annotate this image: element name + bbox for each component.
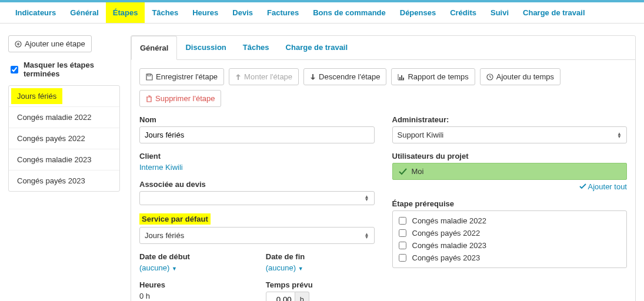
client-label: Client: [139, 152, 375, 160]
hide-completed-row[interactable]: Masquer les étapes terminées: [8, 61, 120, 78]
svg-rect-8: [403, 78, 404, 80]
prereq-checkbox[interactable]: [399, 242, 406, 249]
main-tab[interactable]: Charge de travail: [516, 2, 592, 23]
add-time-label: Ajouter du temps: [496, 72, 554, 81]
prereq-label: Étape prérequise: [392, 199, 628, 208]
client-link[interactable]: Interne Kiwili: [139, 163, 183, 172]
planned-input[interactable]: [266, 292, 295, 301]
prereq-checkbox[interactable]: [399, 254, 406, 262]
main-tab[interactable]: Général: [63, 2, 105, 23]
sub-tab[interactable]: Général: [131, 36, 177, 60]
step-list: Jours fériésCongés maladie 2022Congés pa…: [8, 85, 120, 192]
trash-icon: [146, 95, 152, 102]
start-date-label: Date de début: [139, 252, 248, 261]
main-tab[interactable]: Dépenses: [393, 2, 443, 23]
end-date-label: Date de fin: [266, 252, 375, 261]
users-label: Utilisateurs du projet: [392, 152, 628, 160]
clock-icon: [486, 73, 493, 81]
step-item[interactable]: Congés payés 2022: [9, 128, 119, 149]
prereq-label: Congés payés 2023: [412, 253, 481, 262]
end-date-picker[interactable]: (aucune) ▼: [266, 263, 303, 272]
sub-tab-bar: GénéralDiscussionTâchesCharge de travail: [131, 36, 635, 60]
arrow-up-icon: [235, 73, 241, 81]
svg-line-11: [490, 77, 491, 78]
prereq-item[interactable]: Congés payés 2023: [399, 252, 621, 264]
main-tab[interactable]: Heures: [185, 2, 225, 23]
plus-circle-icon: [15, 41, 22, 48]
move-up-label: Monter l'étape: [244, 72, 292, 81]
step-item[interactable]: Congés maladie 2023: [9, 149, 119, 170]
main-tab[interactable]: Indicateurs: [8, 2, 63, 23]
hours-value: 0 h: [139, 292, 150, 300]
sub-tab[interactable]: Discussion: [177, 36, 234, 59]
main-tab[interactable]: Factures: [260, 2, 306, 23]
main-panel: GénéralDiscussionTâchesCharge de travail…: [131, 35, 636, 301]
user-me-label: Moi: [412, 167, 424, 176]
sub-tab[interactable]: Charge de travail: [278, 36, 356, 59]
time-report-label: Rapport de temps: [408, 72, 468, 81]
prereq-label: Congés payés 2022: [412, 229, 481, 238]
add-time-button[interactable]: Ajouter du temps: [480, 68, 560, 85]
prereq-label: Congés maladie 2022: [412, 216, 486, 225]
main-tab-bar: IndicateursGénéralÉtapesTâchesHeuresDevi…: [0, 2, 644, 24]
user-me-row[interactable]: Moi: [392, 163, 628, 180]
prereq-checkbox[interactable]: [399, 217, 406, 225]
chart-bar-icon: [398, 73, 405, 81]
save-icon: [146, 73, 153, 81]
time-report-button[interactable]: Rapport de temps: [391, 68, 475, 85]
start-date-picker[interactable]: (aucune) ▼: [139, 263, 177, 272]
move-down-label: Descendre l'étape: [319, 72, 380, 81]
prereq-label: Congés maladie 2023: [412, 241, 486, 250]
main-tab[interactable]: Crédits: [443, 2, 483, 23]
hide-completed-checkbox[interactable]: [11, 66, 18, 73]
save-button[interactable]: Enregistrer l'étape: [139, 68, 224, 85]
planned-label: Temps prévu: [266, 280, 375, 289]
select-arrows-icon: ▲▼: [365, 195, 369, 201]
name-input[interactable]: [139, 126, 375, 143]
prereq-item[interactable]: Congés maladie 2023: [399, 239, 621, 252]
check-icon: [579, 182, 586, 191]
main-tab[interactable]: Tâches: [145, 2, 185, 23]
select-arrows-icon: ▲▼: [365, 233, 369, 239]
svg-rect-7: [401, 75, 402, 80]
name-label: Nom: [139, 115, 375, 124]
svg-rect-6: [399, 77, 401, 80]
move-up-button[interactable]: Monter l'étape: [229, 68, 299, 85]
service-label: Service par défaut: [139, 213, 211, 225]
prereq-item[interactable]: Congés maladie 2022: [399, 215, 621, 227]
main-tab[interactable]: Devis: [225, 2, 260, 23]
main-tab[interactable]: Bons de commande: [306, 2, 393, 23]
caret-down-icon: ▼: [298, 266, 303, 272]
main-tab[interactable]: Étapes: [106, 2, 145, 23]
add-step-button[interactable]: Ajouter une étape: [8, 35, 92, 52]
sub-tab[interactable]: Tâches: [235, 36, 278, 59]
prereq-checkbox[interactable]: [399, 229, 406, 237]
hide-completed-label: Masquer les étapes terminées: [24, 61, 120, 78]
hours-label: Heures: [139, 280, 248, 289]
quote-label: Associée au devis: [139, 180, 375, 189]
prereq-item[interactable]: Congés payés 2022: [399, 227, 621, 239]
main-tab[interactable]: Suivi: [483, 2, 516, 23]
prereq-list: Congés maladie 2022Congés payés 2022Cong…: [392, 210, 628, 268]
check-icon: [399, 168, 407, 175]
delete-button[interactable]: Supprimer l'étape: [139, 90, 221, 107]
caret-down-icon: ▼: [172, 266, 177, 272]
sidebar: Ajouter une étape Masquer les étapes ter…: [8, 35, 120, 301]
add-all-link[interactable]: Ajouter tout: [579, 182, 627, 191]
svg-rect-3: [148, 74, 151, 76]
service-value: Jours fériés: [145, 231, 184, 240]
admin-label: Administrateur:: [392, 115, 628, 124]
service-select[interactable]: Jours fériés ▲▼: [139, 227, 375, 244]
admin-value: Support Kiwili: [398, 131, 444, 139]
admin-select[interactable]: Support Kiwili ▲▼: [392, 126, 628, 143]
delete-label: Supprimer l'étape: [155, 94, 215, 103]
step-item[interactable]: Congés payés 2023: [9, 170, 119, 191]
add-step-label: Ajouter une étape: [25, 39, 85, 48]
move-down-button[interactable]: Descendre l'étape: [303, 68, 386, 85]
step-item[interactable]: Jours fériés: [11, 88, 62, 104]
planned-unit: h: [295, 292, 309, 301]
quote-select[interactable]: ▲▼: [139, 191, 375, 205]
toolbar: Enregistrer l'étape Monter l'étape Desce…: [131, 60, 635, 115]
arrow-down-icon: [310, 73, 316, 81]
step-item[interactable]: Congés maladie 2022: [9, 107, 119, 128]
